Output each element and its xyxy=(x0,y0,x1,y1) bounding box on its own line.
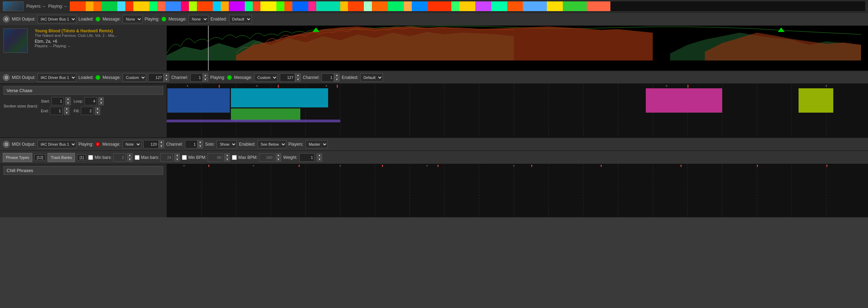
loaded-channel-up[interactable]: ▲ xyxy=(203,73,208,78)
section-note-input[interactable] xyxy=(143,140,159,148)
min-bpm-spinner[interactable]: ▲ ▼ xyxy=(224,153,230,162)
max-bpm-down[interactable]: ▼ xyxy=(276,157,281,162)
fill-input[interactable] xyxy=(81,107,93,115)
track-midi-output-select[interactable]: IAC Driver Bus 1 xyxy=(37,73,76,82)
max-bpm-up[interactable]: ▲ xyxy=(276,153,281,157)
loaded-num-spinner[interactable]: ▲ ▼ xyxy=(164,73,169,82)
waveform-area xyxy=(167,26,868,71)
fill-spinner[interactable]: ▲ ▼ xyxy=(95,107,100,115)
playing-channel-down[interactable]: ▼ xyxy=(334,78,340,82)
track-loaded-message-select[interactable]: Custom xyxy=(123,73,146,82)
loop-label: Loop: xyxy=(74,99,83,103)
end-spinner[interactable]: ▲ ▼ xyxy=(64,107,69,115)
section-channel-spinner[interactable]: ▲ ▼ xyxy=(198,140,203,148)
fill-up[interactable]: ▲ xyxy=(95,107,100,111)
track-banks-button[interactable]: Track Banks xyxy=(48,153,75,162)
section-channel-up[interactable]: ▲ xyxy=(198,140,203,144)
global-spectrum xyxy=(70,1,865,11)
loop-input[interactable] xyxy=(84,97,97,105)
section-solo-select[interactable]: Show xyxy=(217,140,237,148)
section-note-up[interactable]: ▲ xyxy=(159,140,164,144)
track-playing-message-select[interactable]: Custom xyxy=(254,73,278,82)
size-group-start-end: Start: ▲ ▼ End: ▲ ▼ xyxy=(41,97,71,115)
playing-channel-up[interactable]: ▲ xyxy=(334,73,340,78)
section-channel-input[interactable] xyxy=(185,140,198,148)
loaded-channel-input[interactable] xyxy=(190,73,203,82)
playing-green-dot xyxy=(161,17,166,22)
max-bars-checkbox[interactable] xyxy=(135,155,140,160)
min-bars-down[interactable]: ▼ xyxy=(127,157,133,162)
loop-spinner[interactable]: ▲ ▼ xyxy=(98,97,104,105)
phrase-types-button[interactable]: Phrase Types xyxy=(3,153,32,162)
min-bars-spinner[interactable]: ▲ ▼ xyxy=(127,153,133,162)
track-gear-icon[interactable]: ⚙ xyxy=(3,74,10,81)
size-row-loop: Loop: ▲ ▼ xyxy=(74,97,104,105)
min-bpm-up[interactable]: ▲ xyxy=(224,153,230,157)
min-bpm-label: Min BPM: xyxy=(188,155,206,160)
playing-num-up[interactable]: ▲ xyxy=(295,73,301,78)
section-players-select[interactable]: Master xyxy=(306,140,328,148)
section-message-select[interactable]: Note xyxy=(123,140,141,148)
section-midi-output-select[interactable]: IAC Driver Bus 1 xyxy=(37,140,76,148)
weight-spinner[interactable]: ▲ ▼ xyxy=(317,153,322,162)
loaded-num-up[interactable]: ▲ xyxy=(164,73,169,78)
section-gear-icon[interactable]: ⚙ xyxy=(3,141,10,148)
track-key: Ebm, 2a, +6 xyxy=(35,39,163,44)
track-enabled-select[interactable]: Default xyxy=(360,73,383,82)
section-enabled-select[interactable]: See Below xyxy=(258,140,286,148)
max-bars-up[interactable]: ▲ xyxy=(174,153,180,157)
min-bpm-down[interactable]: ▼ xyxy=(224,157,230,162)
playing-channel-spinner[interactable]: ▲ ▼ xyxy=(334,73,340,82)
weight-up[interactable]: ▲ xyxy=(317,153,322,157)
section-solo-label: Solo: xyxy=(205,142,215,147)
fill-down[interactable]: ▼ xyxy=(95,111,100,115)
playing-num-spinner[interactable]: ▲ ▼ xyxy=(295,73,301,82)
end-label: End: xyxy=(41,109,49,113)
min-bars-up[interactable]: ▲ xyxy=(127,153,133,157)
min-bpm-checkbox[interactable] xyxy=(182,155,187,160)
loaded-num-input[interactable] xyxy=(148,73,164,82)
section-note-down[interactable]: ▼ xyxy=(159,144,164,148)
loop-up[interactable]: ▲ xyxy=(98,97,104,101)
svg-rect-36 xyxy=(687,85,688,88)
min-bars-input[interactable] xyxy=(113,153,126,162)
min-bars-checkbox[interactable] xyxy=(88,155,93,160)
midi-output-label: MIDI Output: xyxy=(12,17,35,22)
section-note-spinner[interactable]: ▲ ▼ xyxy=(159,140,164,148)
end-up[interactable]: ▲ xyxy=(64,107,69,111)
playing-message-select[interactable]: None xyxy=(189,15,208,23)
waveform-svg xyxy=(167,26,868,71)
section-channel-down[interactable]: ▼ xyxy=(198,144,203,148)
loaded-num-down[interactable]: ▼ xyxy=(164,78,169,82)
start-down[interactable]: ▼ xyxy=(65,101,71,105)
svg-rect-70 xyxy=(757,165,758,167)
loaded-message-select[interactable]: None xyxy=(123,15,142,23)
end-down[interactable]: ▼ xyxy=(64,111,69,115)
max-bars-spinner[interactable]: ▲ ▼ xyxy=(174,153,180,162)
max-bpm-checkbox[interactable] xyxy=(232,155,237,160)
enabled-select[interactable]: Default xyxy=(229,15,252,23)
weight-input[interactable] xyxy=(299,153,315,162)
weight-down[interactable]: ▼ xyxy=(317,157,322,162)
start-spinner[interactable]: ▲ ▼ xyxy=(65,97,71,105)
section-playing-label: Playing: xyxy=(78,142,93,147)
playing-channel-input[interactable] xyxy=(322,73,334,82)
loaded-channel-down[interactable]: ▼ xyxy=(203,78,208,82)
svg-rect-68 xyxy=(601,165,602,167)
min-bpm-input[interactable] xyxy=(208,153,223,162)
track-title: Young Blood (Tiësto & Hardwell Remix) xyxy=(35,29,163,33)
loaded-channel-spinner[interactable]: ▲ ▼ xyxy=(203,73,208,82)
max-bars-down[interactable]: ▼ xyxy=(174,157,180,162)
playing-num-down[interactable]: ▼ xyxy=(295,78,301,82)
end-input[interactable] xyxy=(50,107,62,115)
global-gear-icon[interactable]: ⚙ xyxy=(3,16,10,23)
start-up[interactable]: ▲ xyxy=(65,97,71,101)
loop-down[interactable]: ▼ xyxy=(98,101,104,105)
start-input[interactable] xyxy=(51,97,64,105)
loaded-label: Loaded: xyxy=(78,17,93,22)
max-bars-input[interactable] xyxy=(160,153,173,162)
max-bpm-input[interactable] xyxy=(259,153,274,162)
global-midi-output-select[interactable]: IAC Driver Bus 1 xyxy=(37,15,76,23)
playing-num-input[interactable] xyxy=(280,73,295,82)
max-bpm-spinner[interactable]: ▲ ▼ xyxy=(276,153,281,162)
